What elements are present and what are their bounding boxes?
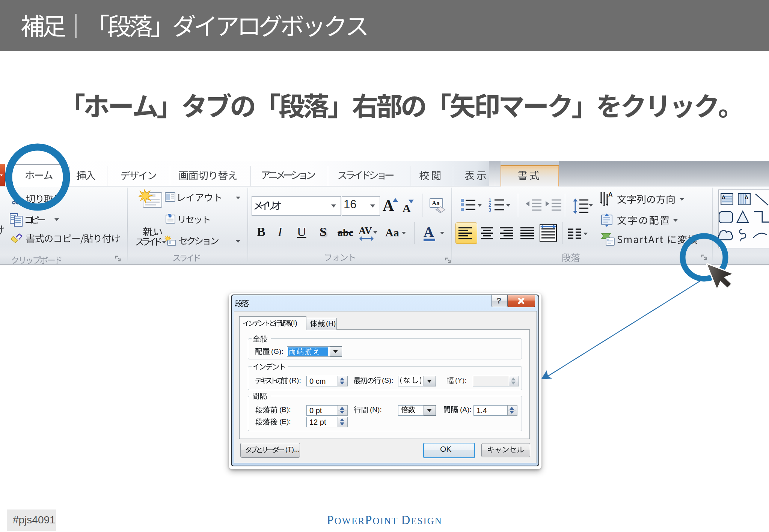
svg-text:A: A	[745, 194, 748, 200]
svg-text:Aa: Aa	[432, 200, 440, 207]
svg-text:3: 3	[489, 207, 491, 212]
svg-text:A: A	[608, 191, 613, 198]
svg-text:A: A	[722, 194, 725, 200]
